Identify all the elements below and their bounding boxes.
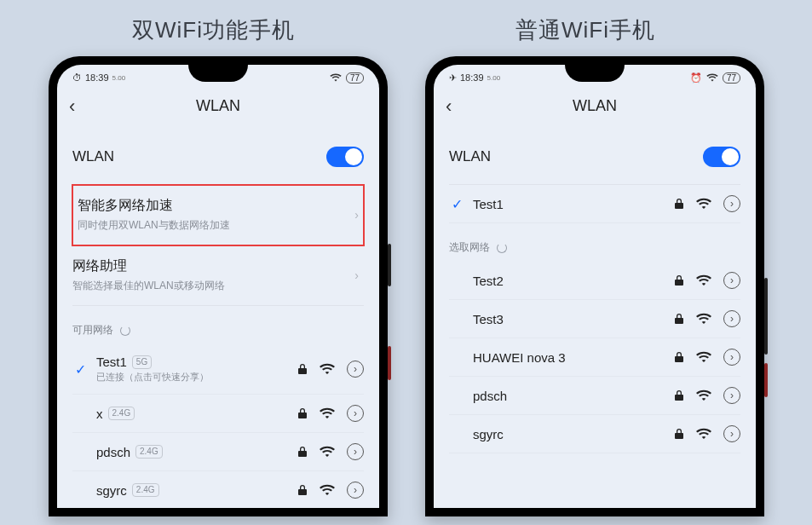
network-name: sgyrc 2.4G <box>96 483 289 498</box>
band-badge: 5G <box>132 355 152 369</box>
lock-icon <box>674 389 684 401</box>
wlan-toggle-row[interactable]: WLAN <box>72 124 364 185</box>
chevron-right-icon: › <box>354 208 359 222</box>
back-button[interactable]: ‹ <box>446 95 452 118</box>
network-name: Test1 5G <box>96 355 289 369</box>
network-row[interactable]: x 2.4G› <box>72 395 364 433</box>
wifi-icon <box>696 198 711 210</box>
nav-bar: ‹ WLAN <box>434 87 756 124</box>
check-icon: ✓ <box>72 361 88 378</box>
notch <box>565 65 625 82</box>
network-row[interactable]: Test2 › <box>449 262 740 300</box>
lock-icon <box>674 351 684 363</box>
info-button[interactable]: › <box>347 405 364 422</box>
wifi-icon <box>320 484 335 496</box>
battery-indicator: 77 <box>723 72 740 84</box>
smart-accel-title: 智能多网络加速 <box>78 197 359 215</box>
phone-normal-wifi: ✈ 18:39 5.00 ⏰ 77 ‹ WLAN WLAN <box>425 56 764 516</box>
lock-icon <box>674 428 684 440</box>
net-assist-row[interactable]: 网络助理 智能选择最佳的WLAN或移动网络 › <box>72 245 364 306</box>
status-sub: 5.00 <box>112 74 126 82</box>
back-button[interactable]: ‹ <box>69 95 75 118</box>
status-time: 18:39 <box>460 72 484 83</box>
network-row[interactable]: ✓Test1 5G已连接（点击可快速分享）› <box>72 344 364 395</box>
band-badge: 2.4G <box>135 445 163 459</box>
network-sub: 已连接（点击可快速分享） <box>96 371 289 384</box>
network-row[interactable]: Test3 › <box>449 300 740 338</box>
info-button[interactable]: › <box>723 195 740 212</box>
lock-icon <box>297 363 308 375</box>
heading-right: 普通WiFi手机 <box>515 15 655 45</box>
select-network-label: 选取网络 <box>449 223 740 262</box>
network-row[interactable]: pdsch 2.4G› <box>72 433 364 471</box>
wifi-icon <box>320 363 335 375</box>
network-name: Test1 <box>473 197 665 211</box>
info-button[interactable]: › <box>347 361 364 378</box>
wlan-label: WLAN <box>72 148 114 165</box>
wifi-status-icon <box>706 73 718 82</box>
lock-icon <box>674 274 684 286</box>
phone-dual-wifi: ⏱ 18:39 5.00 77 ‹ WLAN WLAN <box>49 56 388 516</box>
network-name: HUAWEI nova 3 <box>473 350 665 365</box>
wlan-switch[interactable] <box>703 147 740 167</box>
network-name: Test2 <box>473 274 665 288</box>
info-button[interactable]: › <box>723 387 740 404</box>
net-assist-sub: 智能选择最佳的WLAN或移动网络 <box>72 279 364 293</box>
network-row[interactable]: HUAWEI nova 3 › <box>449 338 740 377</box>
battery-indicator: 77 <box>346 72 364 84</box>
status-alarm-icon: ⏱ <box>72 72 82 83</box>
band-badge: 2.4G <box>132 483 159 497</box>
info-button[interactable]: › <box>347 443 364 460</box>
smart-accel-sub: 同时使用双WLAN与数据网络加速 <box>78 218 359 233</box>
power-button <box>388 346 391 380</box>
wifi-icon <box>696 313 711 325</box>
wlan-toggle-row[interactable]: WLAN <box>449 124 740 185</box>
info-button[interactable]: › <box>347 482 364 499</box>
network-row[interactable]: pdsch › <box>449 377 740 415</box>
band-badge: 2.4G <box>108 407 135 420</box>
status-time: 18:39 <box>85 72 109 83</box>
info-button[interactable]: › <box>723 272 740 289</box>
wlan-switch[interactable] <box>326 147 364 167</box>
alarm-icon: ⏰ <box>690 72 702 84</box>
lock-icon <box>674 198 684 210</box>
wifi-status-icon <box>330 73 342 82</box>
lock-icon <box>674 313 684 325</box>
available-networks-label: 可用网络 <box>72 306 364 344</box>
heading-left: 双WiFi功能手机 <box>132 15 295 45</box>
wifi-icon <box>696 274 711 286</box>
lock-icon <box>297 446 308 458</box>
info-button[interactable]: › <box>723 310 740 327</box>
network-name: Test3 <box>473 312 665 326</box>
notch <box>188 65 248 82</box>
info-button[interactable]: › <box>723 425 740 442</box>
loading-spinner-icon <box>497 243 507 253</box>
page-title: WLAN <box>573 97 617 115</box>
info-button[interactable]: › <box>723 349 740 366</box>
network-row[interactable]: ✓Test1 › <box>449 185 740 223</box>
nav-bar: ‹ WLAN <box>57 87 379 124</box>
network-row[interactable]: sgyrc 2.4G› <box>72 471 364 508</box>
airplane-icon: ✈ <box>449 72 457 84</box>
wlan-label: WLAN <box>449 148 491 165</box>
network-name: pdsch <box>473 389 665 403</box>
wifi-icon <box>320 407 335 419</box>
volume-button <box>764 278 768 355</box>
wifi-icon <box>696 351 711 363</box>
wifi-icon <box>696 428 711 440</box>
status-sub: 5.00 <box>487 74 501 82</box>
wifi-icon <box>696 389 711 401</box>
page-title: WLAN <box>196 97 240 115</box>
wifi-icon <box>320 446 335 458</box>
lock-icon <box>297 407 308 419</box>
network-row[interactable]: sgyrc › <box>449 415 740 453</box>
power-button <box>764 363 768 397</box>
volume-button <box>388 244 391 286</box>
network-name: pdsch 2.4G <box>96 445 289 459</box>
chevron-right-icon: › <box>354 268 359 282</box>
loading-spinner-icon <box>120 326 130 336</box>
network-name: x 2.4G <box>96 407 289 421</box>
network-name: sgyrc <box>473 427 665 441</box>
net-assist-title: 网络助理 <box>72 257 364 275</box>
smart-accel-row[interactable]: 智能多网络加速 同时使用双WLAN与数据网络加速 › <box>72 185 364 245</box>
